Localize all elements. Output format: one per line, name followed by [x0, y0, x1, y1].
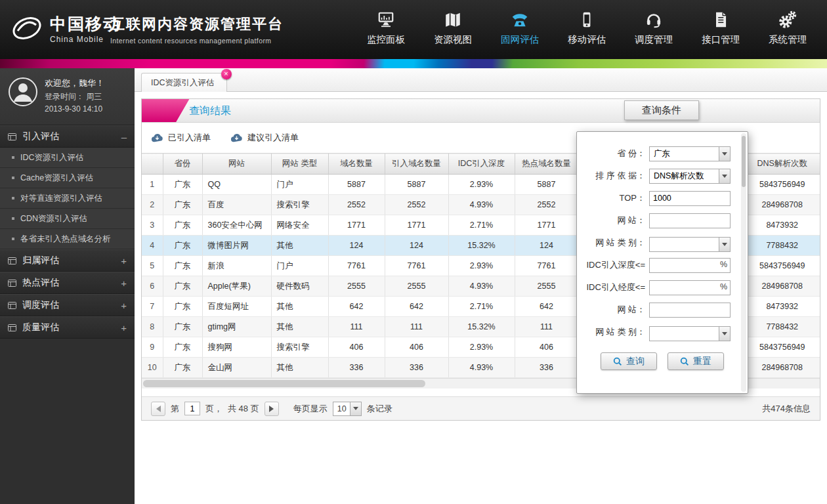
- cell: 4.93%: [448, 195, 515, 215]
- chevron-down-icon: [719, 147, 730, 161]
- avatar: [8, 77, 38, 107]
- cell: 336: [385, 358, 448, 378]
- nav-item-monitor-dashboard[interactable]: 监控面板: [361, 8, 411, 46]
- website-input-2[interactable]: [649, 303, 731, 318]
- cell: QQ: [202, 175, 271, 195]
- chevron-down-icon: [719, 327, 730, 341]
- cell: 广东: [163, 337, 202, 358]
- page-input[interactable]: [184, 402, 200, 415]
- next-page-button[interactable]: [265, 402, 279, 416]
- cell: 8: [142, 317, 163, 337]
- col-dns-count: DNS解析次数: [744, 154, 820, 175]
- tab-idc-eval[interactable]: IDC资源引入评估 ×: [141, 73, 227, 92]
- cell: 2.71%: [448, 297, 515, 317]
- sidebar-section-dispatch-eval[interactable]: 调度评估 +: [0, 294, 135, 316]
- sidebar-section-hotspot-eval[interactable]: 热点评估 +: [0, 272, 135, 294]
- percent-suffix: %: [720, 260, 727, 269]
- cell: 5843756949: [744, 337, 820, 358]
- tab-close-icon[interactable]: ×: [221, 69, 232, 79]
- per-page-label: 每页显示: [293, 403, 328, 415]
- pink-accent-shape: [142, 99, 189, 123]
- cell: 金山网: [202, 358, 271, 378]
- cell: 新浪: [202, 256, 271, 276]
- website-input-1[interactable]: [649, 213, 731, 228]
- pagination-bar: 第 页， 共 48 页 每页显示 10 条记录 共474条信息: [142, 396, 820, 420]
- cell: 广东: [163, 358, 202, 378]
- sort-by-select[interactable]: DNS解析次数: [649, 169, 731, 184]
- chevron-down-icon: [719, 169, 730, 183]
- nav-item-resource-view[interactable]: 资源视图: [428, 8, 478, 46]
- search-button[interactable]: 查询: [601, 352, 657, 370]
- idc-longitude-input[interactable]: [649, 280, 731, 295]
- cell: 2.71%: [448, 215, 515, 236]
- col-website: 网站: [202, 154, 271, 175]
- scrollbar-thumb[interactable]: [742, 136, 746, 187]
- cell: 15.32%: [448, 236, 515, 256]
- total-records-label: 共474条信息: [762, 403, 811, 415]
- query-conditions-button[interactable]: 查询条件: [624, 100, 699, 120]
- top-header: 中国移动 China Mobile 互联网内容资源管理平台 Internet c…: [0, 0, 827, 59]
- nav-item-system-mgmt[interactable]: 系统管理: [763, 8, 813, 46]
- sidebar-section-attribution-eval[interactable]: 归属评估 +: [0, 249, 135, 272]
- sidebar-section-quality-eval[interactable]: 质量评估 +: [0, 316, 135, 339]
- cell: 4.93%: [448, 276, 515, 297]
- document-icon: [696, 8, 746, 29]
- cell: 网络安全: [271, 215, 328, 236]
- website-type-select-1[interactable]: [649, 237, 731, 252]
- scrollbar-thumb[interactable]: [143, 380, 425, 387]
- gears-icon: [763, 8, 813, 29]
- tab-bar: IDC资源引入评估 ×: [135, 68, 827, 92]
- cell: 1771: [515, 215, 578, 236]
- popup-scrollbar[interactable]: [741, 133, 746, 392]
- cell: 搜索引擎: [271, 337, 328, 358]
- reset-button[interactable]: 重置: [668, 352, 724, 370]
- platform-subtitle: Internet content resources management pl…: [110, 37, 284, 45]
- top-input[interactable]: [649, 191, 731, 206]
- cell: 广东: [163, 195, 202, 215]
- idc-depth-input[interactable]: [649, 258, 731, 273]
- nav-item-dispatch-mgmt[interactable]: 调度管理: [629, 8, 679, 46]
- sidebar-item-peer-eval[interactable]: 对等直连资源引入评估: [0, 188, 135, 209]
- expand-icon: +: [121, 255, 127, 266]
- imported-list-button[interactable]: 已引入清单: [151, 132, 211, 144]
- list-icon: [8, 302, 16, 309]
- per-page-suffix-label: 条记录: [367, 403, 392, 415]
- cell: 2552: [515, 195, 578, 215]
- nav-item-interface-mgmt[interactable]: 接口管理: [696, 8, 746, 46]
- cell: 其他: [271, 297, 328, 317]
- cell: 3: [142, 215, 163, 236]
- sidebar-item-cdn-eval[interactable]: CDN资源引入评估: [0, 209, 135, 229]
- cell: 336: [515, 358, 578, 378]
- bullet-icon: [12, 238, 14, 240]
- suggested-list-button[interactable]: 建议引入清单: [230, 132, 299, 144]
- search-icon: [680, 357, 689, 366]
- cell: 搜狗网: [202, 337, 271, 358]
- cell: 搜索引擎: [271, 195, 328, 215]
- website-type-select-2[interactable]: [649, 326, 731, 341]
- sidebar-item-hotspot-analysis[interactable]: 各省未引入热点域名分析: [0, 229, 135, 249]
- user-info-block: 欢迎您，魏华！ 登录时间： 周三 2013-9-30 14:10: [0, 68, 135, 125]
- login-time-value: 2013-9-30 14:10: [45, 103, 104, 116]
- sidebar-item-idc-eval[interactable]: IDC资源引入评估: [0, 148, 135, 168]
- collapse-icon: –: [121, 131, 127, 142]
- cloud-icon: [151, 133, 163, 142]
- form-row-website-type-1: 网 站 类 别：: [577, 232, 748, 254]
- sidebar: 欢迎您，魏华！ 登录时间： 周三 2013-9-30 14:10 引入评估 – …: [0, 68, 135, 504]
- prev-page-button[interactable]: [151, 402, 165, 416]
- bullet-icon: [12, 156, 14, 159]
- cell: 其他: [271, 358, 328, 378]
- main-content: IDC资源引入评估 × 查询结果 已引入清单 建议引入清单: [135, 68, 827, 504]
- form-row-sort-by: 排 序 依 据： DNS解析次数: [577, 165, 748, 187]
- cell: 5843756949: [744, 175, 820, 195]
- sidebar-section-import-eval[interactable]: 引入评估 –: [0, 125, 135, 148]
- cell: 1771: [385, 215, 448, 236]
- bullet-icon: [12, 217, 14, 220]
- cell: 10: [142, 358, 163, 378]
- nav-item-fixed-network-eval[interactable]: 固网评估: [495, 8, 545, 46]
- form-row-website-2: 网 站：: [577, 299, 748, 321]
- sidebar-item-cache-eval[interactable]: Cache资源引入评估: [0, 168, 135, 188]
- per-page-select[interactable]: 10: [333, 402, 362, 416]
- nav-item-mobile-eval[interactable]: 移动评估: [562, 8, 612, 46]
- cell: 2552: [385, 195, 448, 215]
- province-select[interactable]: 广东: [649, 146, 731, 161]
